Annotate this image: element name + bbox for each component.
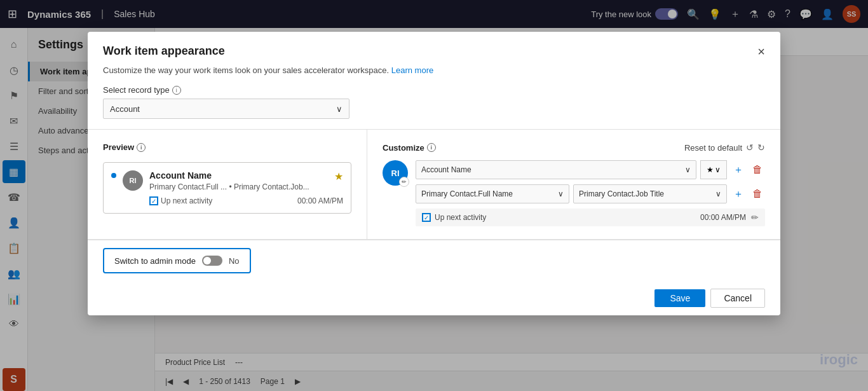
- star-rating-button[interactable]: ★ ∨: [700, 160, 727, 179]
- redo-icon[interactable]: ↻: [757, 142, 765, 153]
- preview-content: Account Name ★ Primary Contact.Full ... …: [149, 170, 343, 205]
- footer-time: 00:00 AM/PM: [700, 213, 746, 222]
- customize-content: RI ✏ Account Name ∨ ★ ∨: [383, 160, 765, 226]
- delete-field-icon[interactable]: 🗑: [750, 162, 765, 177]
- modal-title: Work item appearance: [103, 45, 225, 58]
- admin-mode-bar: Switch to admin mode No: [88, 240, 780, 281]
- field-row-1: Account Name ∨ ★ ∨ ＋ 🗑: [416, 160, 765, 179]
- modal-subtitle-text: Customize the way your work items look o…: [103, 65, 389, 75]
- admin-mode-label: Switch to admin mode: [114, 256, 196, 266]
- contact-fullname-dropdown[interactable]: Primary Contact.Full Name ∨: [416, 184, 569, 203]
- admin-mode-toggle[interactable]: [202, 256, 222, 266]
- modal-header: Work item appearance ×: [88, 32, 780, 65]
- preview-meta: Primary Contact.Full ... • Primary Conta…: [149, 182, 343, 191]
- customize-label: Customize i: [383, 143, 436, 153]
- field-row-2: Primary Contact.Full Name ∨ Primary Cont…: [416, 184, 765, 203]
- footer-activity-label: Up next activity: [435, 213, 486, 222]
- account-dropdown-arrow: ∨: [685, 165, 691, 174]
- footer-right: 00:00 AM/PM ✏: [700, 212, 759, 223]
- customize-avatar-wrap: RI ✏: [383, 160, 408, 186]
- contact-fullname-value: Primary Contact.Full Name: [421, 189, 513, 198]
- reset-label: Reset to default: [684, 143, 742, 153]
- preview-active-dot: [111, 173, 116, 178]
- reset-area: Reset to default ↺ ↻: [684, 142, 765, 153]
- star-arrow: ∨: [715, 165, 721, 174]
- customize-footer-row: ✓ Up next activity 00:00 AM/PM ✏: [416, 209, 765, 226]
- preview-footer: ✓ Up next activity 00:00 AM/PM: [149, 196, 343, 205]
- record-type-dropdown[interactable]: Account ∨: [103, 99, 349, 119]
- customize-info-icon: i: [427, 143, 436, 152]
- add-field-icon[interactable]: ＋: [731, 162, 746, 177]
- panel-grid: Preview i RI Account Name ★ Primary Cont…: [88, 129, 780, 240]
- footer-left: ✓ Up next activity: [422, 213, 486, 222]
- customize-header: Customize i Reset to default ↺ ↻: [383, 142, 765, 153]
- footer-edit-icon[interactable]: ✏: [751, 212, 759, 223]
- customize-fields: Account Name ∨ ★ ∨ ＋ 🗑: [416, 160, 765, 226]
- work-item-modal: Work item appearance × Customize the way…: [88, 32, 780, 315]
- preview-account-name: Account Name: [149, 170, 212, 181]
- star-icon: ★: [707, 165, 714, 174]
- cancel-button[interactable]: Cancel: [710, 289, 765, 308]
- delete-row2-icon[interactable]: 🗑: [750, 186, 765, 202]
- modal-subtitle: Customize the way your work items look o…: [88, 65, 780, 85]
- record-type-section: Select record type i Account ∨: [88, 85, 780, 129]
- record-type-label: Select record type i: [103, 85, 765, 95]
- record-type-info-icon: i: [172, 86, 181, 95]
- preview-name-row: Account Name ★: [149, 170, 343, 182]
- preview-label: Preview i: [103, 142, 351, 152]
- admin-mode-box: Switch to admin mode No: [103, 248, 251, 273]
- footer-checkbox[interactable]: ✓: [422, 213, 431, 222]
- contact-jobtitle-value: Primary Contact.Job Title: [579, 189, 664, 198]
- modal-overlay: Work item appearance × Customize the way…: [0, 0, 868, 391]
- account-name-value: Account Name: [421, 165, 471, 174]
- undo-icon[interactable]: ↺: [746, 142, 754, 153]
- save-button[interactable]: Save: [654, 289, 705, 307]
- record-type-value: Account: [110, 104, 140, 114]
- modal-close-button[interactable]: ×: [757, 45, 765, 58]
- preview-time: 00:00 AM/PM: [297, 196, 343, 205]
- contact-jobtitle-arrow: ∨: [715, 189, 721, 198]
- avatar-edit-badge[interactable]: ✏: [399, 177, 409, 187]
- checkbox-icon: ✓: [149, 196, 158, 205]
- modal-footer: Save Cancel: [88, 281, 780, 315]
- contact-fullname-arrow: ∨: [558, 189, 564, 198]
- add-row2-icon[interactable]: ＋: [731, 186, 746, 202]
- customize-panel: Customize i Reset to default ↺ ↻ RI ✏: [367, 130, 780, 239]
- preview-info-icon: i: [137, 143, 146, 152]
- preview-card: RI Account Name ★ Primary Contact.Full .…: [103, 162, 351, 214]
- preview-panel: Preview i RI Account Name ★ Primary Cont…: [88, 130, 367, 239]
- preview-checkbox: ✓ Up next activity: [149, 196, 212, 205]
- dropdown-arrow-icon: ∨: [336, 104, 342, 114]
- admin-mode-status: No: [229, 256, 240, 266]
- preview-star-icon: ★: [334, 170, 343, 182]
- preview-avatar: RI: [123, 170, 143, 191]
- contact-jobtitle-dropdown[interactable]: Primary Contact.Job Title ∨: [573, 184, 727, 203]
- learn-more-link[interactable]: Learn more: [391, 65, 433, 75]
- preview-activity-label: Up next activity: [161, 196, 212, 205]
- account-name-dropdown[interactable]: Account Name ∨: [416, 160, 696, 179]
